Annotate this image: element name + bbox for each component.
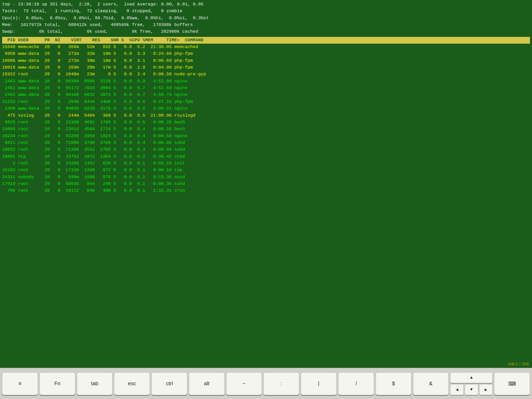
alt-key[interactable]: alt bbox=[189, 372, 225, 395]
table-row: 24311 nobody 20 0 590m 1060 576 S 0.0 0.… bbox=[2, 174, 530, 181]
table-row: 2463 www-data 20 0 96300 8908 3128 S 0.0… bbox=[2, 78, 530, 85]
header-line-4: Mem: 1017972k total, 608412k used, 40956… bbox=[2, 22, 530, 28]
table-row: 475 syslog 20 0 244m 5404 368 S 0.0 0.5 … bbox=[2, 112, 530, 119]
process-list: 15040 memcache 20 0 366m 52m 832 S 0.0 5… bbox=[2, 44, 530, 194]
keyboard-toggle-button[interactable]: ⌨ bbox=[494, 372, 530, 395]
header-line-1: top - 23:38:18 up 351 days, 2:28, 2 user… bbox=[2, 1, 530, 8]
table-row: 11215 root 20 0 264m 6444 1460 S 0.0 0.6… bbox=[2, 98, 530, 105]
table-row: 15922 root 20 0 1048m 23m 0 S 0.0 2.4 0:… bbox=[2, 71, 530, 78]
esc-key[interactable]: esc bbox=[114, 372, 150, 395]
table-row: 2462 www-data 20 0 94168 6632 3072 S 0.0… bbox=[2, 91, 530, 98]
pipe-key[interactable]: | bbox=[301, 372, 337, 395]
terminal: top - 23:38:18 up 351 days, 2:28, 2 user… bbox=[0, 0, 532, 368]
column-headers: PID USER PR NI VIRT RES SHR S %CPU %MEM … bbox=[2, 37, 530, 44]
watermark: 档案示 门博客 bbox=[508, 362, 529, 367]
ctrl-key[interactable]: ctrl bbox=[151, 372, 187, 395]
slash-key[interactable]: / bbox=[338, 372, 374, 395]
table-row: 2460 www-data 20 0 94036 6228 3176 S 0.0… bbox=[2, 105, 530, 112]
colon-key[interactable]: : bbox=[263, 372, 299, 395]
tilde-key[interactable]: ~ bbox=[226, 372, 262, 395]
header-line-2: Tasks: 73 total, 1 running, 72 sleeping,… bbox=[2, 8, 530, 15]
ampersand-key[interactable]: & bbox=[413, 372, 449, 395]
table-row: 28234 root 20 0 93208 3960 1824 S 0.0 0.… bbox=[2, 133, 530, 139]
table-row: 706 root 20 0 19112 640 400 S 0.0 0.1 1:… bbox=[2, 187, 530, 194]
tab-key[interactable]: tab bbox=[77, 372, 113, 395]
table-row: 10103 root 20 0 17320 1260 972 R 0.0 0.1… bbox=[2, 167, 530, 174]
table-row: 2461 www-data 20 0 95172 7616 3004 S 0.0… bbox=[2, 85, 530, 91]
table-row: 17010 root 20 0 50036 844 240 S 0.0 0.1 … bbox=[2, 181, 530, 187]
keyboard-bar: ≡Fntabescctrlalt~:|/$&▲◀▼▶⌨ bbox=[0, 368, 532, 399]
table-row: 10801 ntp 20 0 33752 1972 1364 S 0.0 0.2… bbox=[2, 153, 530, 160]
table-row: 9811 root 20 0 71800 3708 2768 S 0.0 0.4… bbox=[2, 139, 530, 146]
table-row: 15040 memcache 20 0 366m 52m 832 S 0.0 5… bbox=[2, 44, 530, 50]
table-row: 10019 www-data 20 0 269m 28m 17m S 0.0 2… bbox=[2, 64, 530, 71]
table-row: 9958 www-data 20 0 272m 32m 19m S 0.0 3.… bbox=[2, 50, 530, 57]
header-line-3: Cpu(s): 0.0%us, 0.0%sy, 0.0%ni, 99.7%id,… bbox=[2, 15, 530, 22]
table-row: 9825 root 20 0 22108 4692 1760 S 0.0 0.5… bbox=[2, 119, 530, 126]
table-row: 10006 www-data 20 0 272m 30m 18m S 0.0 3… bbox=[2, 57, 530, 64]
up-arrow-key[interactable]: ▲ bbox=[450, 372, 493, 383]
table-row: 10046 root 20 0 22016 4560 1724 S 0.0 0.… bbox=[2, 126, 530, 132]
left-arrow-key[interactable]: ◀ bbox=[450, 384, 464, 395]
table-row: 10032 root 20 0 71360 3552 2760 S 0.0 0.… bbox=[2, 146, 530, 153]
header-line-5: Swap: 0k total, 0k used, 0k free, 202900… bbox=[2, 28, 530, 35]
nav-cluster: ▲◀▼▶ bbox=[450, 372, 493, 395]
right-arrow-key[interactable]: ▶ bbox=[479, 384, 493, 395]
down-arrow-key[interactable]: ▼ bbox=[465, 384, 478, 395]
menu-key[interactable]: ≡ bbox=[2, 372, 38, 395]
table-row: 1 root 20 0 24208 1452 620 S 0.0 0.1 0:0… bbox=[2, 160, 530, 167]
dollar-key[interactable]: $ bbox=[376, 372, 411, 395]
fn-key[interactable]: Fn bbox=[39, 372, 75, 395]
